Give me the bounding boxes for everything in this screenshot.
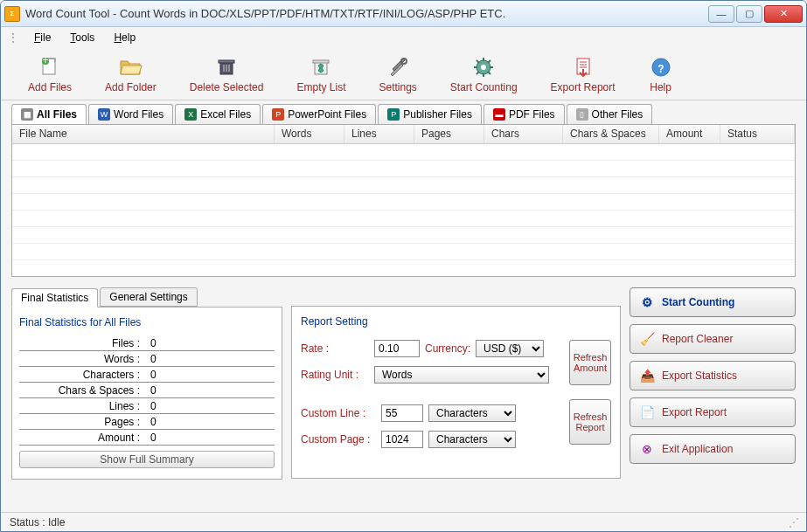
resize-grip-icon[interactable]: ⋰	[789, 516, 797, 529]
app-icon: Σ	[4, 6, 20, 22]
col-amount[interactable]: Amount	[659, 125, 720, 143]
empty-list-label: Empty List	[296, 81, 345, 93]
rating-unit-row: Rating Unit : Words	[301, 366, 562, 383]
custom-line-label: Custom Line :	[301, 407, 376, 419]
custom-page-unit-select[interactable]: Characters	[428, 431, 516, 448]
delete-icon	[214, 55, 239, 79]
file-grid: File Name Words Lines Pages Chars Chars …	[11, 124, 796, 277]
col-chars[interactable]: Chars	[484, 125, 563, 143]
export-statistics-action[interactable]: 📤 Export Statistics	[630, 361, 796, 390]
svg-rect-4	[219, 60, 234, 63]
bottom-panel: Final Statistics General Settings Final …	[11, 287, 796, 512]
refresh-amount-button[interactable]: Refresh Amount	[569, 340, 611, 385]
table-row	[12, 260, 795, 277]
tab-final-statistics[interactable]: Final Statistics	[11, 288, 98, 307]
rating-unit-select[interactable]: Words	[374, 366, 549, 383]
export-report-icon: 📄	[639, 404, 655, 420]
recycle-icon	[309, 55, 333, 79]
side-actions: ⚙ Start Counting 🧹 Report Cleaner 📤 Expo…	[630, 287, 796, 512]
window-title: Word Count Tool - Count Words in DOC/XLS…	[25, 7, 708, 20]
custom-line-unit-select[interactable]: Characters	[428, 404, 516, 422]
report-cleaner-action[interactable]: 🧹 Report Cleaner	[630, 324, 796, 354]
exit-icon: ⊗	[639, 441, 655, 457]
tab-pdf-files[interactable]: ▬PDF Files	[484, 104, 565, 124]
folder-icon	[118, 55, 143, 79]
tab-word-files-label: Word Files	[114, 108, 163, 121]
stat-amount: Amount :0	[19, 430, 275, 446]
settings-button[interactable]: Settings	[362, 51, 433, 98]
custom-line-row: Custom Line : Characters	[301, 404, 562, 422]
export-icon	[571, 55, 595, 79]
start-counting-action[interactable]: ⚙ Start Counting	[630, 287, 796, 317]
exit-application-action[interactable]: ⊗ Exit Application	[630, 434, 796, 464]
col-status[interactable]: Status	[720, 125, 795, 143]
svg-point-12	[481, 65, 486, 70]
tab-all-files[interactable]: ▦All Files	[11, 104, 87, 124]
custom-line-input[interactable]	[381, 404, 423, 422]
publisher-icon: P	[387, 108, 400, 121]
window-controls: — ▢ ✕	[708, 5, 803, 23]
tab-general-settings[interactable]: General Settings	[100, 287, 197, 307]
tab-publisher-files[interactable]: PPublisher Files	[378, 104, 482, 124]
tab-other-files[interactable]: ▯Other Files	[567, 104, 653, 124]
svg-text:?: ?	[657, 63, 664, 75]
toolbar: + Add Files Add Folder Delete Selected E…	[1, 48, 806, 100]
start-counting-label: Start Counting	[450, 81, 518, 93]
col-chars-spaces[interactable]: Chars & Spaces	[563, 125, 659, 143]
stats-column: Final Statistics General Settings Final …	[11, 287, 282, 512]
export-report-action[interactable]: 📄 Export Report	[630, 397, 796, 427]
grid-body[interactable]	[12, 144, 795, 277]
empty-list-button[interactable]: Empty List	[280, 51, 362, 98]
col-filename[interactable]: File Name	[12, 125, 275, 143]
menu-tools[interactable]: Tools	[61, 29, 103, 46]
svg-text:+: +	[43, 55, 49, 66]
report-frame: Report Setting Rate : Currency: USD ($) …	[291, 306, 621, 479]
document-icon: ▦	[21, 108, 33, 121]
start-counting-button[interactable]: Start Counting	[434, 51, 534, 98]
col-lines[interactable]: Lines	[344, 125, 414, 143]
table-row	[12, 244, 795, 260]
tools-icon	[386, 55, 410, 79]
close-button[interactable]: ✕	[764, 5, 803, 23]
minimize-button[interactable]: —	[708, 5, 734, 23]
menu-help[interactable]: Help	[105, 29, 144, 46]
svg-line-20	[488, 60, 490, 63]
broom-icon: 🧹	[639, 331, 655, 347]
add-folder-button[interactable]: Add Folder	[88, 51, 173, 98]
col-words[interactable]: Words	[275, 125, 344, 143]
tab-powerpoint-files[interactable]: PPowerPoint Files	[262, 104, 376, 124]
custom-page-input[interactable]	[381, 431, 423, 448]
rate-input[interactable]	[374, 340, 420, 357]
currency-select[interactable]: USD ($)	[476, 340, 544, 357]
show-full-summary-button[interactable]: Show Full Summary	[19, 451, 275, 468]
add-folder-label: Add Folder	[105, 81, 157, 93]
rate-row: Rate : Currency: USD ($)	[301, 340, 562, 357]
tab-publisher-files-label: Publisher Files	[403, 108, 472, 121]
refresh-report-button[interactable]: Refresh Report	[569, 399, 611, 445]
export-report-button[interactable]: Export Report	[534, 51, 632, 98]
export-statistics-label: Export Statistics	[662, 370, 737, 382]
table-row	[12, 211, 795, 227]
menubar: ⋮ File Tools Help	[1, 27, 806, 48]
tab-excel-files[interactable]: XExcel Files	[175, 104, 261, 124]
col-pages[interactable]: Pages	[414, 125, 484, 143]
svg-line-18	[488, 72, 490, 74]
custom-page-row: Custom Page : Characters	[301, 431, 562, 448]
pdf-icon: ▬	[493, 108, 505, 121]
maximize-button[interactable]: ▢	[736, 5, 762, 23]
tab-pdf-files-label: PDF Files	[509, 108, 555, 121]
gear-icon: ⚙	[639, 294, 655, 310]
tab-word-files[interactable]: WWord Files	[88, 104, 173, 124]
word-icon: W	[98, 108, 110, 121]
table-row	[12, 144, 795, 161]
tab-excel-files-label: Excel Files	[200, 108, 251, 121]
stat-pages: Pages :0	[19, 414, 275, 430]
menu-file[interactable]: File	[25, 29, 59, 46]
stat-chars-spaces: Chars & Spaces :0	[19, 383, 275, 398]
add-file-icon: +	[38, 55, 62, 79]
menubar-grip-icon: ⋮	[8, 31, 18, 44]
delete-selected-button[interactable]: Delete Selected	[173, 51, 281, 98]
add-files-button[interactable]: + Add Files	[11, 51, 88, 98]
help-icon: ?	[649, 55, 673, 79]
help-button[interactable]: ? Help	[632, 51, 690, 98]
